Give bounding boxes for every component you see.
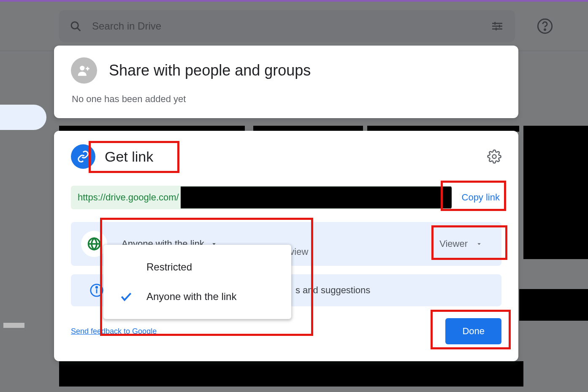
settings-button[interactable] <box>487 149 501 164</box>
url-redaction <box>181 187 452 208</box>
access-option-label: Anyone with the link <box>146 291 236 303</box>
access-option-anyone[interactable]: Anyone with the link <box>103 282 291 311</box>
sidebar-stub <box>3 323 24 328</box>
permission-label: Viewer <box>439 238 468 249</box>
permission-dropdown[interactable]: Viewer <box>431 231 491 257</box>
access-option-label: Restricted <box>146 261 192 273</box>
chevron-down-icon <box>475 240 483 248</box>
feedback-link[interactable]: Send feedback to Google <box>71 327 157 336</box>
svg-point-15 <box>96 287 97 288</box>
copy-link-button[interactable]: Copy link <box>460 187 501 208</box>
check-icon <box>118 290 135 303</box>
redaction <box>519 289 588 321</box>
info-text-fragment: s and suggestions <box>295 285 370 296</box>
svg-point-10 <box>80 66 84 70</box>
access-option-restricted[interactable]: Restricted <box>103 252 291 282</box>
link-icon <box>71 144 95 169</box>
redaction <box>59 361 523 387</box>
redaction <box>523 126 588 259</box>
share-people-card: Share with people and groups No one has … <box>54 46 518 118</box>
person-add-icon <box>71 57 97 84</box>
done-button[interactable]: Done <box>445 318 501 344</box>
url-text: https://drive.google.com/ <box>78 192 179 203</box>
share-title: Share with people and groups <box>109 62 311 79</box>
url-field[interactable]: https://drive.google.com/ <box>71 186 452 209</box>
get-link-title: Get link <box>105 149 153 165</box>
share-subtitle: No one has been added yet <box>72 94 501 105</box>
info-icon <box>89 283 104 297</box>
access-scope-menu: Restricted Anyone with the link <box>103 245 291 319</box>
svg-point-11 <box>492 154 496 158</box>
sidebar-active-pill <box>0 105 46 130</box>
